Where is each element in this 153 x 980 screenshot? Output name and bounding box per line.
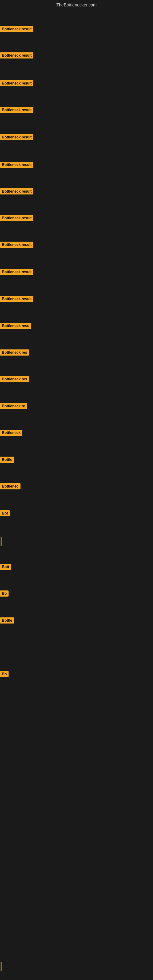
bottleneck-badge-17[interactable]: Bottlenec bbox=[0, 483, 21, 489]
result-row-0: Bottleneck result bbox=[0, 26, 33, 33]
result-row-3: Bottleneck result bbox=[0, 107, 33, 114]
result-row-21: Bo bbox=[0, 590, 9, 598]
result-row-4: Bottleneck result bbox=[0, 134, 33, 142]
bottleneck-badge-1[interactable]: Bottleneck result bbox=[0, 52, 33, 59]
bottleneck-badge-16[interactable]: Bottle bbox=[0, 457, 14, 463]
bottleneck-badge-20[interactable]: Bott bbox=[0, 564, 11, 570]
result-row-5: Bottleneck result bbox=[0, 162, 33, 169]
bottleneck-badge-23[interactable]: Bo bbox=[0, 671, 9, 677]
bottleneck-badge-0[interactable]: Bottleneck result bbox=[0, 26, 33, 32]
bottleneck-badge-3[interactable]: Bottleneck result bbox=[0, 107, 33, 113]
bottleneck-badge-6[interactable]: Bottleneck result bbox=[0, 188, 33, 194]
vertical-line-19 bbox=[1, 537, 2, 546]
result-row-16: Bottle bbox=[0, 457, 14, 464]
bottleneck-badge-22[interactable]: Bottle bbox=[0, 617, 14, 624]
result-row-6: Bottleneck result bbox=[0, 188, 33, 196]
result-row-7: Bottleneck result bbox=[0, 215, 33, 222]
bottleneck-badge-5[interactable]: Bottleneck result bbox=[0, 162, 33, 168]
bottleneck-badge-9[interactable]: Bottleneck result bbox=[0, 269, 33, 275]
result-row-15: Bottleneck bbox=[0, 430, 22, 437]
bottleneck-badge-8[interactable]: Bottleneck result bbox=[0, 242, 33, 248]
result-row-17: Bottlenec bbox=[0, 483, 21, 491]
bottleneck-badge-14[interactable]: Bottleneck re bbox=[0, 403, 27, 409]
result-row-13: Bottleneck res bbox=[0, 376, 29, 383]
result-row-1: Bottleneck result bbox=[0, 52, 33, 60]
site-title: TheBottlenecker.com bbox=[0, 0, 153, 9]
bottleneck-badge-18[interactable]: Bot bbox=[0, 510, 10, 516]
bottleneck-badge-15[interactable]: Bottleneck bbox=[0, 430, 22, 436]
vertical-line-24 bbox=[1, 962, 2, 971]
result-row-22: Bottle bbox=[0, 617, 14, 625]
bottleneck-badge-10[interactable]: Bottleneck result bbox=[0, 296, 33, 302]
bottleneck-badge-21[interactable]: Bo bbox=[0, 590, 9, 597]
result-row-14: Bottleneck re bbox=[0, 403, 27, 410]
result-row-18: Bot bbox=[0, 510, 10, 517]
result-row-12: Bottleneck res bbox=[0, 350, 29, 357]
bottleneck-badge-13[interactable]: Bottleneck res bbox=[0, 376, 29, 382]
bottleneck-badge-2[interactable]: Bottleneck result bbox=[0, 80, 33, 86]
result-row-20: Bott bbox=[0, 564, 11, 571]
result-row-8: Bottleneck result bbox=[0, 242, 33, 249]
result-row-9: Bottleneck result bbox=[0, 269, 33, 276]
bottleneck-badge-4[interactable]: Bottleneck result bbox=[0, 134, 33, 140]
result-row-11: Bottleneck resu bbox=[0, 323, 31, 330]
result-row-23: Bo bbox=[0, 671, 9, 678]
bottleneck-badge-12[interactable]: Bottleneck res bbox=[0, 350, 29, 356]
result-row-10: Bottleneck result bbox=[0, 296, 33, 303]
bottleneck-badge-11[interactable]: Bottleneck resu bbox=[0, 323, 31, 329]
result-row-2: Bottleneck result bbox=[0, 80, 33, 88]
bottleneck-badge-7[interactable]: Bottleneck result bbox=[0, 215, 33, 221]
